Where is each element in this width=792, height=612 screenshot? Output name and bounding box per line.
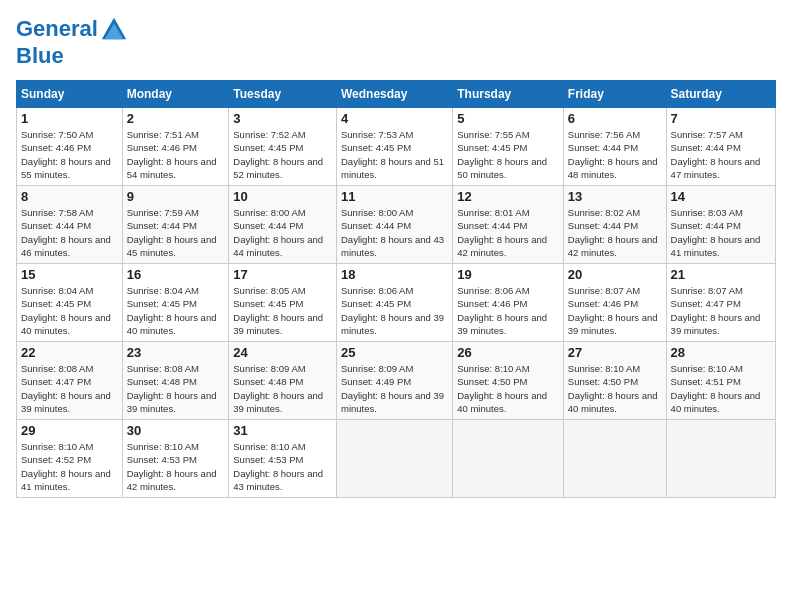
day-info: Sunrise: 8:06 AMSunset: 4:46 PMDaylight:… [457, 285, 547, 336]
calendar-cell: 28 Sunrise: 8:10 AMSunset: 4:51 PMDaylig… [666, 342, 775, 420]
day-info: Sunrise: 8:03 AMSunset: 4:44 PMDaylight:… [671, 207, 761, 258]
day-info: Sunrise: 8:00 AMSunset: 4:44 PMDaylight:… [341, 207, 444, 258]
day-number: 2 [127, 111, 225, 126]
calendar-cell: 6 Sunrise: 7:56 AMSunset: 4:44 PMDayligh… [563, 108, 666, 186]
day-info: Sunrise: 8:01 AMSunset: 4:44 PMDaylight:… [457, 207, 547, 258]
day-number: 3 [233, 111, 332, 126]
calendar-table: SundayMondayTuesdayWednesdayThursdayFrid… [16, 80, 776, 498]
calendar-cell: 22 Sunrise: 8:08 AMSunset: 4:47 PMDaylig… [17, 342, 123, 420]
col-header-thursday: Thursday [453, 81, 564, 108]
calendar-week-1: 1 Sunrise: 7:50 AMSunset: 4:46 PMDayligh… [17, 108, 776, 186]
calendar-cell [563, 420, 666, 498]
day-number: 23 [127, 345, 225, 360]
calendar-cell: 15 Sunrise: 8:04 AMSunset: 4:45 PMDaylig… [17, 264, 123, 342]
calendar-cell: 27 Sunrise: 8:10 AMSunset: 4:50 PMDaylig… [563, 342, 666, 420]
logo-text: General [16, 16, 128, 44]
day-number: 7 [671, 111, 771, 126]
day-number: 1 [21, 111, 118, 126]
calendar-cell: 10 Sunrise: 8:00 AMSunset: 4:44 PMDaylig… [229, 186, 337, 264]
col-header-tuesday: Tuesday [229, 81, 337, 108]
calendar-cell: 21 Sunrise: 8:07 AMSunset: 4:47 PMDaylig… [666, 264, 775, 342]
day-number: 4 [341, 111, 448, 126]
day-info: Sunrise: 8:07 AMSunset: 4:46 PMDaylight:… [568, 285, 658, 336]
col-header-sunday: Sunday [17, 81, 123, 108]
day-number: 25 [341, 345, 448, 360]
day-info: Sunrise: 8:10 AMSunset: 4:52 PMDaylight:… [21, 441, 111, 492]
day-number: 17 [233, 267, 332, 282]
day-info: Sunrise: 8:10 AMSunset: 4:53 PMDaylight:… [127, 441, 217, 492]
calendar-week-4: 22 Sunrise: 8:08 AMSunset: 4:47 PMDaylig… [17, 342, 776, 420]
day-info: Sunrise: 8:08 AMSunset: 4:47 PMDaylight:… [21, 363, 111, 414]
calendar-cell: 14 Sunrise: 8:03 AMSunset: 4:44 PMDaylig… [666, 186, 775, 264]
day-info: Sunrise: 8:07 AMSunset: 4:47 PMDaylight:… [671, 285, 761, 336]
day-info: Sunrise: 8:10 AMSunset: 4:50 PMDaylight:… [568, 363, 658, 414]
day-number: 21 [671, 267, 771, 282]
day-info: Sunrise: 8:09 AMSunset: 4:48 PMDaylight:… [233, 363, 323, 414]
day-info: Sunrise: 7:58 AMSunset: 4:44 PMDaylight:… [21, 207, 111, 258]
day-number: 26 [457, 345, 559, 360]
calendar-week-5: 29 Sunrise: 8:10 AMSunset: 4:52 PMDaylig… [17, 420, 776, 498]
day-info: Sunrise: 7:50 AMSunset: 4:46 PMDaylight:… [21, 129, 111, 180]
header: General Blue [16, 16, 776, 68]
day-info: Sunrise: 7:59 AMSunset: 4:44 PMDaylight:… [127, 207, 217, 258]
day-info: Sunrise: 8:00 AMSunset: 4:44 PMDaylight:… [233, 207, 323, 258]
day-number: 6 [568, 111, 662, 126]
calendar-cell: 25 Sunrise: 8:09 AMSunset: 4:49 PMDaylig… [337, 342, 453, 420]
day-info: Sunrise: 8:08 AMSunset: 4:48 PMDaylight:… [127, 363, 217, 414]
calendar-week-2: 8 Sunrise: 7:58 AMSunset: 4:44 PMDayligh… [17, 186, 776, 264]
calendar-cell: 23 Sunrise: 8:08 AMSunset: 4:48 PMDaylig… [122, 342, 229, 420]
calendar-cell [666, 420, 775, 498]
logo-blue-text: Blue [16, 44, 128, 68]
day-info: Sunrise: 7:56 AMSunset: 4:44 PMDaylight:… [568, 129, 658, 180]
day-number: 31 [233, 423, 332, 438]
calendar-cell: 26 Sunrise: 8:10 AMSunset: 4:50 PMDaylig… [453, 342, 564, 420]
day-number: 28 [671, 345, 771, 360]
calendar-cell: 8 Sunrise: 7:58 AMSunset: 4:44 PMDayligh… [17, 186, 123, 264]
page-container: General Blue SundayMondayTuesdayWednesda… [0, 0, 792, 506]
calendar-cell: 11 Sunrise: 8:00 AMSunset: 4:44 PMDaylig… [337, 186, 453, 264]
day-number: 20 [568, 267, 662, 282]
day-info: Sunrise: 8:10 AMSunset: 4:53 PMDaylight:… [233, 441, 323, 492]
day-number: 16 [127, 267, 225, 282]
day-info: Sunrise: 8:05 AMSunset: 4:45 PMDaylight:… [233, 285, 323, 336]
logo-icon [100, 16, 128, 44]
day-number: 12 [457, 189, 559, 204]
calendar-week-3: 15 Sunrise: 8:04 AMSunset: 4:45 PMDaylig… [17, 264, 776, 342]
calendar-cell: 1 Sunrise: 7:50 AMSunset: 4:46 PMDayligh… [17, 108, 123, 186]
day-number: 9 [127, 189, 225, 204]
day-info: Sunrise: 8:10 AMSunset: 4:50 PMDaylight:… [457, 363, 547, 414]
calendar-cell: 5 Sunrise: 7:55 AMSunset: 4:45 PMDayligh… [453, 108, 564, 186]
day-number: 18 [341, 267, 448, 282]
day-number: 10 [233, 189, 332, 204]
calendar-cell: 2 Sunrise: 7:51 AMSunset: 4:46 PMDayligh… [122, 108, 229, 186]
calendar-cell: 24 Sunrise: 8:09 AMSunset: 4:48 PMDaylig… [229, 342, 337, 420]
col-header-saturday: Saturday [666, 81, 775, 108]
col-header-wednesday: Wednesday [337, 81, 453, 108]
day-info: Sunrise: 8:04 AMSunset: 4:45 PMDaylight:… [127, 285, 217, 336]
col-header-friday: Friday [563, 81, 666, 108]
calendar-cell: 7 Sunrise: 7:57 AMSunset: 4:44 PMDayligh… [666, 108, 775, 186]
calendar-cell: 9 Sunrise: 7:59 AMSunset: 4:44 PMDayligh… [122, 186, 229, 264]
day-info: Sunrise: 8:06 AMSunset: 4:45 PMDaylight:… [341, 285, 444, 336]
day-info: Sunrise: 7:57 AMSunset: 4:44 PMDaylight:… [671, 129, 761, 180]
day-info: Sunrise: 8:09 AMSunset: 4:49 PMDaylight:… [341, 363, 444, 414]
day-info: Sunrise: 7:55 AMSunset: 4:45 PMDaylight:… [457, 129, 547, 180]
calendar-cell: 13 Sunrise: 8:02 AMSunset: 4:44 PMDaylig… [563, 186, 666, 264]
day-number: 22 [21, 345, 118, 360]
day-number: 24 [233, 345, 332, 360]
day-number: 13 [568, 189, 662, 204]
calendar-cell: 30 Sunrise: 8:10 AMSunset: 4:53 PMDaylig… [122, 420, 229, 498]
day-number: 8 [21, 189, 118, 204]
calendar-cell [337, 420, 453, 498]
day-number: 5 [457, 111, 559, 126]
calendar-cell: 18 Sunrise: 8:06 AMSunset: 4:45 PMDaylig… [337, 264, 453, 342]
day-number: 19 [457, 267, 559, 282]
calendar-cell: 16 Sunrise: 8:04 AMSunset: 4:45 PMDaylig… [122, 264, 229, 342]
day-info: Sunrise: 7:52 AMSunset: 4:45 PMDaylight:… [233, 129, 323, 180]
day-info: Sunrise: 7:51 AMSunset: 4:46 PMDaylight:… [127, 129, 217, 180]
logo: General Blue [16, 16, 128, 68]
calendar-cell: 20 Sunrise: 8:07 AMSunset: 4:46 PMDaylig… [563, 264, 666, 342]
day-info: Sunrise: 7:53 AMSunset: 4:45 PMDaylight:… [341, 129, 444, 180]
calendar-cell: 31 Sunrise: 8:10 AMSunset: 4:53 PMDaylig… [229, 420, 337, 498]
calendar-header-row: SundayMondayTuesdayWednesdayThursdayFrid… [17, 81, 776, 108]
